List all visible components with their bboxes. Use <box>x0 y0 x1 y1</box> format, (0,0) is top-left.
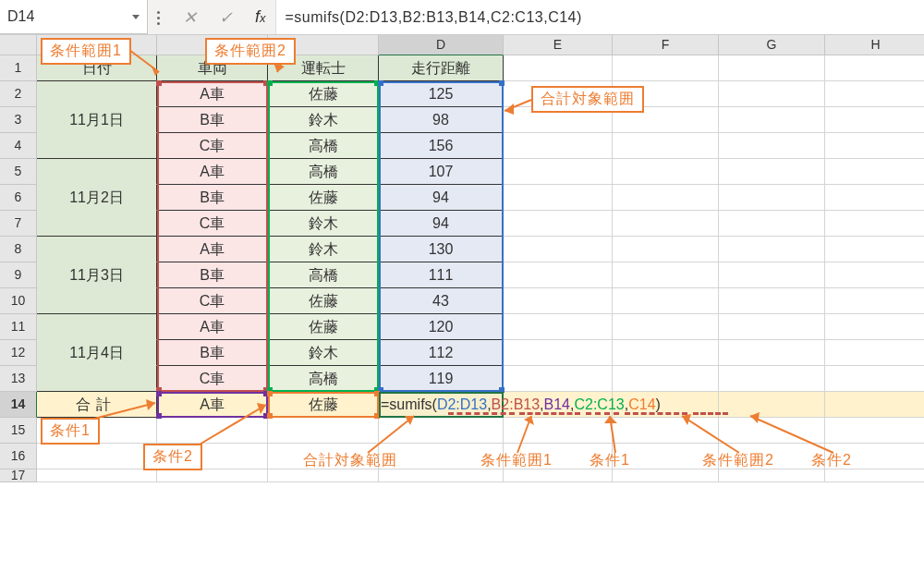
row-header[interactable]: 4 <box>0 133 37 159</box>
cell[interactable] <box>825 314 924 340</box>
row-header[interactable]: 14 <box>0 392 37 418</box>
cell-vehicle[interactable]: B車 <box>157 107 268 133</box>
cell[interactable] <box>719 314 825 340</box>
row-header[interactable]: 17 <box>0 469 37 482</box>
cell[interactable] <box>613 185 719 211</box>
cell[interactable] <box>504 185 613 211</box>
cell-vehicle[interactable]: B車 <box>157 262 268 288</box>
cell[interactable] <box>719 211 825 237</box>
cell-date[interactable] <box>37 81 157 107</box>
cell[interactable] <box>613 469 719 482</box>
cell-driver[interactable]: 高橋 <box>268 366 379 392</box>
row-header[interactable]: 10 <box>0 288 37 314</box>
cell[interactable] <box>613 262 719 288</box>
cell[interactable] <box>504 55 613 81</box>
row-header[interactable]: 1 <box>0 55 37 81</box>
cell[interactable] <box>825 81 924 107</box>
cell-driver[interactable]: 鈴木 <box>268 340 379 366</box>
cell-distance[interactable]: 156 <box>379 133 504 159</box>
cell-driver[interactable]: 鈴木 <box>268 107 379 133</box>
cancel-icon[interactable]: ✕ <box>183 7 197 28</box>
cell-driver[interactable]: 佐藤 <box>268 185 379 211</box>
cell[interactable] <box>825 366 924 392</box>
cell[interactable] <box>613 55 719 81</box>
cell-distance[interactable]: 112 <box>379 340 504 366</box>
cell[interactable] <box>825 55 924 81</box>
row-header[interactable]: 6 <box>0 185 37 211</box>
cell[interactable] <box>719 159 825 185</box>
cell-date[interactable]: 11月4日 <box>37 340 157 366</box>
cell[interactable] <box>613 288 719 314</box>
cell-driver[interactable]: 佐藤 <box>268 288 379 314</box>
cell-distance[interactable]: 107 <box>379 159 504 185</box>
cell-vehicle[interactable]: B車 <box>157 185 268 211</box>
cell[interactable] <box>825 340 924 366</box>
col-header-F[interactable]: F <box>613 35 719 55</box>
cell[interactable] <box>268 418 379 444</box>
cell-total-driver[interactable]: 佐藤 <box>268 392 379 418</box>
cell[interactable] <box>379 469 504 482</box>
cell[interactable] <box>37 444 157 469</box>
cell-vehicle[interactable]: C車 <box>157 288 268 314</box>
cell[interactable] <box>719 262 825 288</box>
cell-vehicle[interactable]: C車 <box>157 211 268 237</box>
cell-vehicle[interactable]: B車 <box>157 340 268 366</box>
cell-total-vehicle[interactable]: A車 <box>157 392 268 418</box>
cell-driver[interactable]: 高橋 <box>268 262 379 288</box>
cell[interactable] <box>157 469 268 482</box>
cell[interactable] <box>719 107 825 133</box>
cell[interactable] <box>268 469 379 482</box>
cell[interactable] <box>504 418 613 444</box>
cell[interactable] <box>613 366 719 392</box>
cell[interactable] <box>504 237 613 262</box>
cell-driver[interactable]: 佐藤 <box>268 314 379 340</box>
row-header[interactable]: 5 <box>0 159 37 185</box>
row-header[interactable]: 9 <box>0 262 37 288</box>
col-header-E[interactable]: E <box>504 35 613 55</box>
cell[interactable] <box>825 418 924 444</box>
cell[interactable] <box>719 469 825 482</box>
cell[interactable] <box>504 469 613 482</box>
cell-date[interactable] <box>37 133 157 159</box>
cell[interactable] <box>719 55 825 81</box>
cell[interactable] <box>613 159 719 185</box>
row-header[interactable]: 11 <box>0 314 37 340</box>
cell[interactable] <box>825 392 924 418</box>
cell-driver[interactable]: 高橋 <box>268 159 379 185</box>
cell-date[interactable] <box>37 288 157 314</box>
cell[interactable] <box>379 418 504 444</box>
cell[interactable] <box>825 237 924 262</box>
cell[interactable] <box>613 133 719 159</box>
cell[interactable] <box>719 81 825 107</box>
cell-date[interactable]: 11月2日 <box>37 185 157 211</box>
enter-icon[interactable]: ✓ <box>219 7 233 28</box>
cell-distance[interactable]: 130 <box>379 237 504 262</box>
cell-vehicle[interactable]: A車 <box>157 159 268 185</box>
cell-distance[interactable]: 125 <box>379 81 504 107</box>
cell[interactable] <box>504 366 613 392</box>
cell[interactable]: 走行距離 <box>379 55 504 81</box>
cell-date[interactable]: 11月3日 <box>37 262 157 288</box>
cell[interactable] <box>719 288 825 314</box>
cell[interactable] <box>613 340 719 366</box>
name-box[interactable]: D14 <box>0 0 148 34</box>
cell-distance[interactable]: 94 <box>379 211 504 237</box>
cell[interactable] <box>719 392 825 418</box>
cell-vehicle[interactable]: A車 <box>157 237 268 262</box>
cell-date[interactable] <box>37 211 157 237</box>
cell[interactable] <box>825 133 924 159</box>
cell[interactable] <box>825 159 924 185</box>
cell-date[interactable] <box>37 314 157 340</box>
cell[interactable] <box>719 418 825 444</box>
cell-driver[interactable]: 高橋 <box>268 133 379 159</box>
col-header-H[interactable]: H <box>825 35 924 55</box>
cell[interactable] <box>613 237 719 262</box>
col-header-D[interactable]: D <box>379 35 504 55</box>
cell-driver[interactable]: 鈴木 <box>268 211 379 237</box>
cell[interactable] <box>504 288 613 314</box>
cell[interactable] <box>719 340 825 366</box>
row-header[interactable]: 13 <box>0 366 37 392</box>
cell[interactable] <box>825 262 924 288</box>
cell-distance[interactable]: 120 <box>379 314 504 340</box>
cell-vehicle[interactable]: C車 <box>157 366 268 392</box>
